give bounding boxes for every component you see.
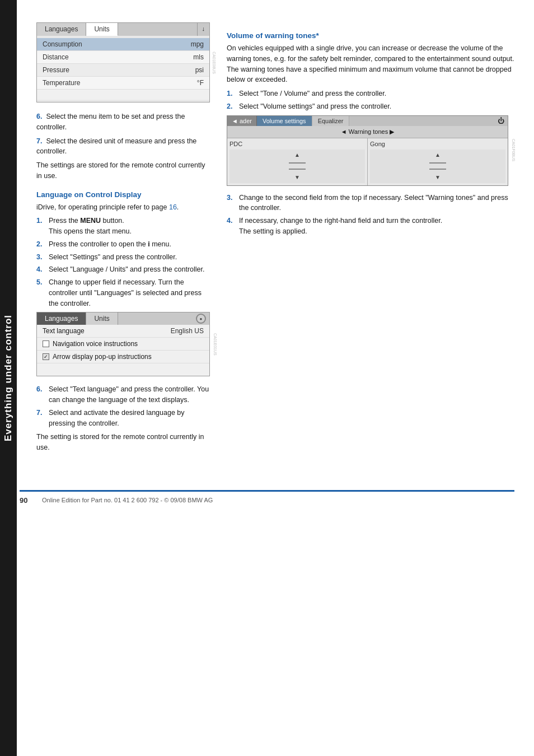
vol-pdc-up-arrow: ▲ (294, 152, 300, 158)
lang-box-icon[interactable]: ● (196, 314, 206, 324)
page-number: 90 (20, 496, 36, 505)
vol-gong-dash2 (429, 169, 446, 170)
units-icon-btn[interactable]: ↓ (197, 23, 210, 36)
step7-text: Select the desired unit of measure and p… (36, 137, 196, 156)
vol-gong-up-arrow: ▲ (435, 152, 441, 158)
nav-voice-checkbox[interactable] (43, 340, 49, 347)
units-row-pressure: Pressure psi (37, 64, 209, 77)
vol-step1: 1. Select "Tone / Volume" and press the … (227, 88, 517, 99)
lang-step6-text: Select "Text language" and press the con… (49, 384, 210, 405)
step6-text: Select the menu item to be set and press… (36, 113, 185, 131)
vol-pdc-dash1 (289, 162, 306, 164)
vol-step1-text: Select "Tone / Volume" and press the con… (239, 88, 386, 99)
lang-step4-text: Select "Language / Units" and press the … (49, 264, 205, 275)
units-label-distance: Distance (43, 53, 193, 61)
units-label-consumption: Consumption (43, 40, 191, 48)
language-steps-list: 1. Press the MENU button.This opens the … (36, 216, 210, 309)
final-note: The setting is stored for the remote con… (36, 432, 210, 453)
tab-languages-active[interactable]: Languages (37, 312, 86, 325)
idrive-text: iDrive, for operating principle refer to… (36, 202, 210, 213)
vol-pdc-slider[interactable]: ▲ ▼ (229, 150, 365, 183)
lang-step7: 7. Select and activate the desired langu… (36, 408, 210, 429)
left-step6: 6. Select the menu item to be set and pr… (36, 111, 210, 133)
lang-nav-voice-row: Navigation voice instructions (37, 338, 209, 351)
footer-text: Online Edition for Part no. 01 41 2 600 … (42, 497, 213, 503)
vol-pdc-dash2 (289, 169, 306, 170)
units-box-side-note: CA01E08US (212, 52, 216, 74)
arrow-display-label: Arrow display pop-up instructions (53, 353, 152, 361)
lang-box-header: Languages Units ● (37, 312, 209, 325)
vol-step3: 3. Change to the second field from the t… (227, 193, 517, 214)
units-value-distance: mls (193, 53, 204, 61)
tab-units-inactive[interactable]: Units (86, 312, 118, 325)
units-box-body: Consumption mpg Distance mls Pressure ps… (37, 36, 209, 102)
tab-languages[interactable]: Languages (37, 23, 86, 36)
nav-voice-label: Navigation voice instructions (53, 340, 138, 348)
volume-intro: On vehicles equipped with a single drive… (227, 43, 517, 85)
lang-step7-text: Select and activate the desired language… (49, 408, 210, 429)
vol-subtitle: ◄ Warning tones ▶ (227, 126, 508, 138)
vol-channel-gong: Gong ▲ ▼ (368, 138, 508, 185)
vol-gong-dash1 (429, 162, 446, 164)
idrive-link[interactable]: 16 (169, 203, 177, 211)
vol-power-icon[interactable]: ⏻ (494, 116, 508, 126)
vol-gong-slider[interactable]: ▲ ▼ (370, 150, 505, 183)
menu-bold: MENU (80, 217, 101, 225)
vol-step4: 4. If necessary, change to the right-han… (227, 216, 517, 237)
i-menu-bold: i (148, 240, 149, 248)
lang-step6: 6. Select "Text language" and press the … (36, 384, 210, 405)
vol-box-header: ◄ ader Volume settings Equalizer ⏻ (227, 116, 508, 126)
lang-text-language-row: Text language English US (37, 325, 209, 338)
section-heading-language: Language on Control Display (36, 190, 210, 199)
right-column: Volume of warning tones* On vehicles equ… (227, 22, 517, 456)
lang-step5-text: Change to upper field if necessary. Turn… (49, 277, 210, 309)
left-column: Languages Units ↓ Consumption mpg Distan… (36, 22, 210, 456)
vol-step2-text: Select "Volume settings" and press the c… (239, 101, 391, 112)
sidebar: Everything under control (0, 0, 17, 756)
vol-channel-gong-label: Gong (370, 141, 505, 147)
units-ui-box: Languages Units ↓ Consumption mpg Distan… (36, 22, 210, 102)
lang-step3-text: Select "Settings" and press the controll… (49, 252, 177, 263)
vol-step3-text: Change to the second field from the top … (239, 193, 517, 214)
tab-equalizer[interactable]: Equalizer (312, 116, 350, 126)
vol-step2: 2. Select "Volume settings" and press th… (227, 101, 517, 112)
languages-ui-box: Languages Units ● Text language English … (36, 312, 210, 376)
units-row-distance: Distance mls (37, 51, 209, 64)
volume-steps-list: 1. Select "Tone / Volume" and press the … (227, 88, 517, 112)
volume-settings-ui-box: ◄ ader Volume settings Equalizer ⏻ ◄ War… (227, 115, 508, 186)
lang-text-label: Text language (43, 327, 171, 335)
vol-box-side-note: CA01F0BUS (512, 116, 516, 185)
lang-step1: 1. Press the MENU button.This opens the … (36, 216, 210, 237)
units-box-header: Languages Units ↓ (37, 23, 209, 36)
lang-step4: 4. Select "Language / Units" and press t… (36, 264, 210, 275)
page-footer: 90 Online Edition for Part no. 01 41 2 6… (20, 490, 514, 505)
vol-channel-pdc-label: PDC (229, 141, 365, 147)
sidebar-label: Everything under control (3, 315, 14, 441)
lang-text-value: English US (171, 327, 204, 335)
vol-channels: PDC ▲ ▼ Gong ▲ ▼ (227, 138, 508, 185)
lang-box-side-note: CA01E01US (213, 312, 217, 376)
units-row-consumption: Consumption mpg (37, 38, 209, 51)
units-label-temperature: Temperature (43, 79, 197, 87)
tab-volume-settings[interactable]: Volume settings (257, 116, 312, 126)
volume-heading: Volume of warning tones* (227, 31, 517, 40)
lang-step5: 5. Change to upper field if necessary. T… (36, 277, 210, 309)
volume-steps-list2: 3. Change to the second field from the t… (227, 193, 517, 237)
lang-step2: 2. Press the controller to open the i me… (36, 239, 210, 250)
left-step7: 7. Select the desired unit of measure an… (36, 136, 210, 157)
units-label-pressure: Pressure (43, 66, 195, 74)
arrow-display-checkbox[interactable]: ✓ (43, 353, 49, 360)
tab-units[interactable]: Units (86, 23, 118, 36)
units-value-temperature: °F (197, 79, 204, 87)
vol-pdc-down-arrow: ▼ (294, 174, 300, 180)
vol-channel-pdc: PDC ▲ ▼ (227, 138, 368, 185)
lang-step3: 3. Select "Settings" and press the contr… (36, 252, 210, 263)
vol-gong-down-arrow: ▼ (435, 174, 441, 180)
units-value-pressure: psi (195, 66, 204, 74)
language-steps-list2: 6. Select "Text language" and press the … (36, 384, 210, 428)
units-value-consumption: mpg (191, 40, 204, 48)
lang-arrow-display-row: ✓ Arrow display pop-up instructions (37, 351, 209, 363)
settings-note: The settings are stored for the remote c… (36, 160, 210, 181)
units-row-temperature: Temperature °F (37, 77, 209, 90)
vol-back-btn[interactable]: ◄ ader (227, 116, 257, 126)
